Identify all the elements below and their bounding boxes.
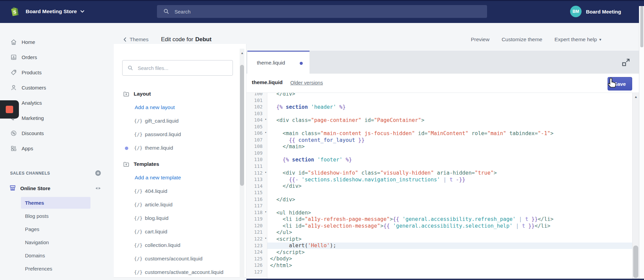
code-area[interactable]: 100 </div>101102 {% section 'header' %}1…: [246, 93, 632, 279]
code-line-125[interactable]: 125</body>: [246, 256, 632, 262]
sidebar-item-navigation[interactable]: Navigation: [0, 236, 114, 249]
code-text[interactable]: <main class="main-content js-focus-hidde…: [267, 130, 632, 137]
sidebar-item-online-store[interactable]: Online Store: [0, 181, 114, 196]
code-line-119[interactable]: 119 <li id="a11y-refresh-page-message">{…: [246, 216, 632, 223]
code-text[interactable]: [267, 110, 632, 117]
file-section-layout[interactable]: Layout: [114, 87, 239, 101]
code-line-122[interactable]: 122▾ <script>: [246, 236, 632, 243]
add-sales-channel-button[interactable]: [95, 170, 101, 176]
code-line-121[interactable]: 121 </ul>: [246, 229, 632, 236]
code-text[interactable]: alert('Hello');: [267, 243, 632, 249]
code-text[interactable]: [267, 97, 632, 104]
file-item-theme-liquid[interactable]: {/}theme.liquid: [114, 141, 239, 155]
file-search-box[interactable]: [122, 60, 233, 76]
code-text[interactable]: <ul hidden>: [267, 209, 632, 216]
fold-arrow-icon[interactable]: ▾: [265, 210, 267, 213]
code-line-124[interactable]: 124 </script>: [246, 249, 632, 256]
view-store-button[interactable]: [95, 185, 101, 192]
recording-indicator[interactable]: [0, 100, 19, 119]
code-line-116[interactable]: 116 </div>: [246, 196, 632, 203]
sidebar-item-orders[interactable]: Orders: [0, 50, 114, 65]
scroll-up-icon[interactable]: ▲: [634, 95, 638, 99]
file-panel-scrollbar[interactable]: ▲: [240, 49, 244, 278]
code-line-114[interactable]: 114 </div>: [246, 183, 632, 190]
sidebar-item-pages[interactable]: Pages: [0, 223, 114, 236]
code-line-102[interactable]: 102 {% section 'header' %}: [246, 104, 632, 110]
fold-arrow-icon[interactable]: ▾: [265, 118, 267, 121]
file-item-404-liquid[interactable]: {/}404.liquid: [114, 184, 239, 198]
code-line-127[interactable]: 127: [246, 269, 632, 276]
file-search-input[interactable]: [138, 65, 219, 71]
code-line-105[interactable]: 105: [246, 124, 632, 130]
code-line-110[interactable]: 110 {% section 'footer' %}: [246, 156, 632, 163]
code-line-118[interactable]: 118▾ <ul hidden>: [246, 209, 632, 216]
code-text[interactable]: </main>: [267, 143, 632, 150]
file-item-cart-liquid[interactable]: {/}cart.liquid: [114, 225, 239, 238]
code-text[interactable]: [267, 269, 632, 276]
save-button[interactable]: Save: [608, 77, 632, 91]
code-line-123[interactable]: 123 alert('Hello');: [246, 243, 632, 249]
sidebar-item-domains[interactable]: Domains: [0, 249, 114, 262]
sidebar-item-blog-posts[interactable]: Blog posts: [0, 209, 114, 223]
browser-scrollbar[interactable]: [639, 6, 644, 279]
sidebar-item-apps[interactable]: Apps: [0, 141, 114, 156]
tab-theme-liquid[interactable]: theme.liquid: [247, 51, 310, 74]
code-text[interactable]: </div>: [267, 183, 632, 190]
breadcrumb-back-themes[interactable]: Themes: [122, 35, 149, 44]
file-item-article-liquid[interactable]: {/}article.liquid: [114, 198, 239, 211]
code-text[interactable]: [267, 203, 632, 209]
file-item-blog-liquid[interactable]: {/}blog.liquid: [114, 211, 239, 225]
code-text[interactable]: [267, 150, 632, 157]
expert-theme-help-button[interactable]: Expert theme help▾: [555, 35, 601, 44]
code-line-112[interactable]: 112▾ <div id="slideshow-info" class="vis…: [246, 170, 632, 177]
code-line-126[interactable]: 126</html>: [246, 262, 632, 269]
account-menu[interactable]: BM Board Meeting: [570, 0, 621, 23]
code-text[interactable]: <div id="slideshow-info" class="visually…: [267, 170, 632, 177]
code-line-107[interactable]: 107 {{ content_for_layout }}: [246, 137, 632, 144]
code-text[interactable]: {{ content_for_layout }}: [267, 137, 632, 144]
fold-arrow-icon[interactable]: ▾: [265, 171, 267, 174]
code-line-111[interactable]: 111: [246, 163, 632, 170]
fold-arrow-icon[interactable]: ▾: [265, 131, 267, 134]
code-line-113[interactable]: 113 {{- 'sections.slideshow.navigation_i…: [246, 176, 632, 183]
scroll-up-icon[interactable]: ▲: [241, 51, 244, 55]
file-scrollbar-thumb[interactable]: [240, 65, 244, 186]
code-text[interactable]: {% section 'header' %}: [267, 104, 632, 110]
code-text[interactable]: <script>: [267, 236, 632, 243]
fold-arrow-icon[interactable]: ▾: [265, 236, 267, 240]
add-link-layout[interactable]: Add a new layout: [114, 101, 239, 114]
file-section-templates[interactable]: Templates: [114, 157, 239, 171]
shopify-logo-icon[interactable]: S: [8, 5, 20, 18]
code-line-120[interactable]: 120 <li id="a11y-selection-message">{{ '…: [246, 223, 632, 229]
code-line-101[interactable]: 101: [246, 97, 632, 104]
code-line-106[interactable]: 106▾ <main class="main-content js-focus-…: [246, 130, 632, 137]
file-item-customers-activate-account-liquid[interactable]: {/}customers/activate_account.liquid: [114, 265, 239, 279]
sidebar-item-home[interactable]: Home: [0, 34, 114, 50]
store-switcher[interactable]: Board Meeting Store: [26, 0, 84, 23]
sidebar-item-products[interactable]: Products: [0, 65, 114, 80]
code-line-117[interactable]: 117: [246, 203, 632, 209]
code-line-103[interactable]: 103: [246, 110, 632, 117]
file-item-collection-liquid[interactable]: {/}collection.liquid: [114, 238, 239, 252]
code-text[interactable]: {% section 'footer' %}: [267, 156, 632, 163]
code-text[interactable]: </body>: [267, 256, 632, 262]
sidebar-item-preferences[interactable]: Preferences: [0, 262, 114, 275]
browser-scrollbar-thumb[interactable]: [640, 6, 643, 47]
editor-scrollbar[interactable]: ▲: [632, 93, 639, 279]
customize-theme-button[interactable]: Customize theme: [502, 35, 542, 44]
add-link-templates[interactable]: Add a new template: [114, 171, 239, 184]
code-text[interactable]: </ul>: [267, 229, 632, 236]
older-versions-link[interactable]: Older versions: [290, 80, 323, 85]
code-text[interactable]: </html>: [267, 262, 632, 269]
file-item-gift-card-liquid[interactable]: {/}gift_card.liquid: [114, 114, 239, 128]
sidebar-item-customers[interactable]: Customers: [0, 80, 114, 95]
code-text[interactable]: <li id="a11y-refresh-page-message">{{ 'g…: [267, 216, 632, 223]
code-text[interactable]: [267, 124, 632, 130]
code-line-100[interactable]: 100 </div>: [246, 93, 632, 97]
file-item-password-liquid[interactable]: {/}password.liquid: [114, 128, 239, 141]
code-line-108[interactable]: 108 </main>: [246, 143, 632, 150]
sidebar-item-discounts[interactable]: Discounts: [0, 126, 114, 141]
file-item-customers-account-liquid[interactable]: {/}customers/account.liquid: [114, 252, 239, 265]
code-text[interactable]: </div>: [267, 196, 632, 203]
editor-scrollbar-thumb[interactable]: [633, 246, 638, 278]
